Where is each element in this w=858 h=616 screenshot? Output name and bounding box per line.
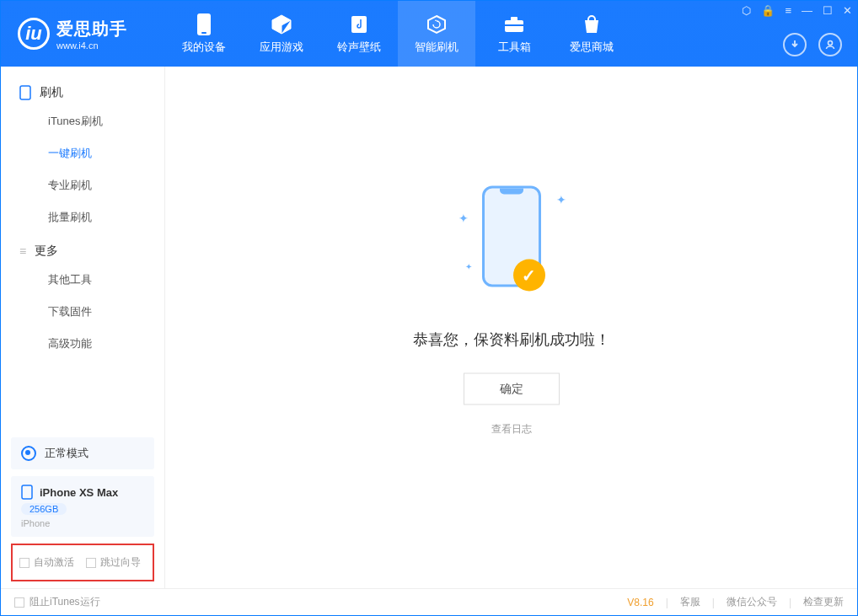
mode-icon bbox=[21, 446, 36, 461]
sidebar: 刷机 iTunes刷机 一键刷机 专业刷机 批量刷机 ≡ 更多 其他工具 下载固… bbox=[1, 67, 165, 588]
header: iu 爱思助手 www.i4.cn 我的设备 应用游戏 铃声壁纸 智能刷机 bbox=[1, 1, 857, 67]
logo-icon: iu bbox=[18, 18, 50, 50]
sparkle-icon: ✦ bbox=[458, 211, 465, 217]
footer-link-wechat[interactable]: 微信公众号 bbox=[727, 595, 777, 609]
checkbox-label: 自动激活 bbox=[34, 555, 74, 570]
list-icon: ≡ bbox=[19, 244, 26, 258]
tab-store[interactable]: 爱思商城 bbox=[553, 1, 630, 67]
footer-link-update[interactable]: 检查更新 bbox=[803, 595, 844, 609]
svg-rect-8 bbox=[22, 485, 32, 499]
svg-point-6 bbox=[829, 41, 833, 46]
footer: 阻止iTunes运行 V8.16 | 客服 | 微信公众号 | 检查更新 bbox=[1, 588, 857, 615]
phone-icon bbox=[192, 13, 216, 36]
device-info-row[interactable]: iPhone XS Max 256GB iPhone bbox=[11, 476, 154, 537]
tab-label: 铃声壁纸 bbox=[337, 40, 381, 55]
tab-ringtones[interactable]: 铃声壁纸 bbox=[320, 1, 398, 67]
sidebar-item-download-firmware[interactable]: 下载固件 bbox=[1, 296, 164, 328]
sidebar-item-batch-flash[interactable]: 批量刷机 bbox=[1, 201, 164, 233]
tab-label: 应用游戏 bbox=[260, 40, 303, 55]
tab-my-device[interactable]: 我的设备 bbox=[165, 1, 243, 67]
device-storage: 256GB bbox=[21, 503, 67, 515]
minimize-button[interactable]: — bbox=[802, 4, 812, 17]
bag-icon bbox=[580, 13, 603, 36]
sidebar-item-oneclick-flash[interactable]: 一键刷机 bbox=[1, 137, 164, 169]
success-message: 恭喜您，保资料刷机成功啦！ bbox=[413, 329, 610, 349]
check-badge-icon: ✓ bbox=[513, 259, 545, 291]
success-illustration: ✦ ✦ ✦ ✓ bbox=[465, 177, 558, 303]
device-type: iPhone bbox=[21, 518, 144, 528]
device-name: iPhone XS Max bbox=[40, 486, 118, 499]
lock-icon[interactable]: 🔒 bbox=[761, 4, 775, 17]
app-window: iu 爱思助手 www.i4.cn 我的设备 应用游戏 铃声壁纸 智能刷机 bbox=[0, 0, 858, 616]
tab-apps-games[interactable]: 应用游戏 bbox=[243, 1, 320, 67]
svg-rect-7 bbox=[20, 86, 30, 99]
footer-link-support[interactable]: 客服 bbox=[680, 595, 700, 609]
checkbox-label: 阻止iTunes运行 bbox=[29, 595, 100, 609]
svg-rect-5 bbox=[505, 24, 523, 26]
sidebar-group-more: ≡ 更多 bbox=[1, 233, 164, 264]
options-highlight: 自动激活 跳过向导 bbox=[11, 544, 154, 581]
download-icon[interactable] bbox=[783, 33, 807, 56]
logo: iu 爱思助手 www.i4.cn bbox=[1, 1, 165, 67]
user-icon[interactable] bbox=[818, 33, 842, 56]
maximize-button[interactable]: ☐ bbox=[823, 4, 833, 17]
version-label: V8.16 bbox=[627, 597, 653, 608]
success-panel: ✦ ✦ ✦ ✓ 恭喜您，保资料刷机成功啦！ 确定 查看日志 bbox=[413, 177, 610, 436]
menu-icon[interactable]: ≡ bbox=[785, 4, 791, 17]
sparkle-icon: ✦ bbox=[556, 192, 563, 199]
header-right bbox=[783, 33, 842, 56]
tab-label: 智能刷机 bbox=[415, 40, 458, 55]
close-button[interactable]: ✕ bbox=[843, 4, 852, 17]
checkbox-skip-guide[interactable]: 跳过向导 bbox=[86, 555, 141, 570]
group-title: 更多 bbox=[35, 244, 58, 259]
view-log-link[interactable]: 查看日志 bbox=[491, 422, 532, 434]
sparkle-icon: ✦ bbox=[465, 261, 472, 268]
cube-icon bbox=[270, 13, 293, 36]
sidebar-group-flash: 刷机 bbox=[1, 75, 164, 105]
sidebar-item-advanced[interactable]: 高级功能 bbox=[1, 328, 164, 360]
toolbox-icon bbox=[502, 13, 526, 36]
checkbox-block-itunes[interactable]: 阻止iTunes运行 bbox=[14, 595, 100, 609]
phone-small-icon bbox=[21, 485, 33, 500]
svg-rect-4 bbox=[511, 17, 517, 21]
phone-icon: ✓ bbox=[482, 185, 541, 287]
device-icon bbox=[19, 85, 31, 100]
sidebar-item-other-tools[interactable]: 其他工具 bbox=[1, 264, 164, 296]
device-panel: 正常模式 iPhone XS Max 256GB iPhone bbox=[1, 429, 164, 544]
sidebar-item-itunes-flash[interactable]: iTunes刷机 bbox=[1, 105, 164, 137]
tab-label: 爱思商城 bbox=[570, 40, 614, 55]
device-mode-row[interactable]: 正常模式 bbox=[11, 437, 154, 469]
checkbox-label: 跳过向导 bbox=[100, 555, 141, 570]
tab-toolbox[interactable]: 工具箱 bbox=[475, 1, 553, 67]
app-url: www.i4.cn bbox=[56, 40, 127, 51]
refresh-icon bbox=[425, 13, 448, 36]
tab-smart-flash[interactable]: 智能刷机 bbox=[398, 1, 475, 67]
shirt-icon[interactable]: ⬡ bbox=[742, 4, 751, 17]
window-controls: ⬡ 🔒 ≡ — ☐ ✕ bbox=[742, 4, 852, 17]
body: 刷机 iTunes刷机 一键刷机 专业刷机 批量刷机 ≡ 更多 其他工具 下载固… bbox=[1, 67, 857, 588]
device-mode: 正常模式 bbox=[45, 446, 88, 461]
sidebar-item-pro-flash[interactable]: 专业刷机 bbox=[1, 169, 164, 201]
group-title: 刷机 bbox=[40, 85, 63, 100]
app-title: 爱思助手 bbox=[56, 18, 127, 40]
music-icon bbox=[347, 13, 371, 36]
tab-label: 工具箱 bbox=[498, 40, 531, 55]
svg-rect-1 bbox=[201, 32, 206, 34]
ok-button[interactable]: 确定 bbox=[464, 372, 560, 404]
tab-label: 我的设备 bbox=[182, 40, 226, 55]
checkbox-auto-activate[interactable]: 自动激活 bbox=[19, 555, 74, 570]
main-content: ✦ ✦ ✦ ✓ 恭喜您，保资料刷机成功啦！ 确定 查看日志 bbox=[165, 67, 857, 588]
